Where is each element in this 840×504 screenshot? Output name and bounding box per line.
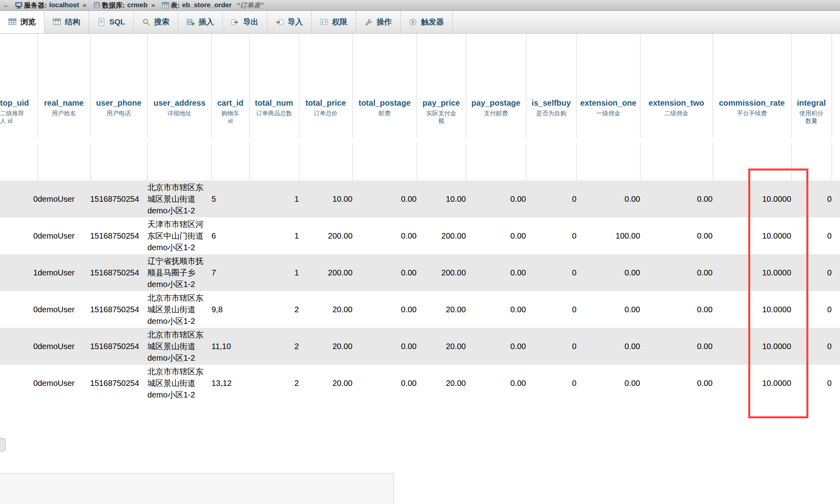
cell-extension_two: 0.00 bbox=[640, 217, 713, 254]
database-link[interactable]: crmeb bbox=[127, 1, 147, 9]
export-icon bbox=[231, 18, 239, 26]
column-sort-link[interactable]: user_phone bbox=[91, 98, 147, 108]
column-comment: 使用积分 数量 bbox=[792, 109, 832, 124]
tab-label: 浏览 bbox=[20, 17, 36, 27]
breadcrumb-separator: » bbox=[151, 1, 155, 9]
tab-sql[interactable]: SQL bbox=[89, 11, 134, 33]
table-row: 0demoUser15168750254北京市市辖区东 城区景山街道 demo小… bbox=[0, 181, 840, 217]
table-comment: “订单表” bbox=[236, 1, 264, 10]
tab-bar: 浏览结构SQL搜索插入导出导入权限操作触发器 bbox=[0, 11, 840, 34]
cell-top_uid: 0 bbox=[0, 328, 38, 365]
column-header-total_price: total_price订单总价 bbox=[299, 34, 353, 138]
tab-search[interactable]: 搜索 bbox=[134, 11, 178, 33]
cell-extension_two: 0.00 bbox=[640, 254, 713, 291]
tab-label: 结构 bbox=[65, 17, 80, 27]
column-header-top_uid: top_uid二级推荐 人 id bbox=[0, 34, 38, 138]
column-comment: 二级推荐 人 id bbox=[0, 109, 38, 124]
cell-clipped-column bbox=[832, 328, 840, 365]
column-sort-link[interactable]: is_selfbuy bbox=[526, 98, 576, 108]
cell-pay_postage: 0.00 bbox=[466, 217, 526, 254]
column-sort-link[interactable]: pay_price bbox=[417, 98, 466, 108]
cell-total_num: 2 bbox=[249, 328, 299, 365]
cell-top_uid: 1 bbox=[0, 254, 38, 291]
cell-clipped-column bbox=[832, 365, 840, 402]
tab-label: 操作 bbox=[377, 17, 392, 27]
column-comment: 用户姓名 bbox=[38, 109, 90, 117]
cell-user_phone: 15168750254 bbox=[90, 181, 147, 217]
cell-extension_one: 0.00 bbox=[576, 365, 640, 402]
column-header-clipped-column bbox=[832, 34, 840, 138]
cell-cart_id: 9,8 bbox=[212, 291, 249, 328]
tab-insert[interactable]: 插入 bbox=[178, 11, 223, 33]
table-row: 0demoUser15168750254北京市市辖区东 城区景山街道 demo小… bbox=[0, 291, 840, 328]
cell-pay_price: 10.00 bbox=[417, 181, 466, 217]
column-header-extension_two: extension_two二级佣金 bbox=[640, 34, 713, 138]
column-sort-link[interactable]: cart_id bbox=[212, 98, 249, 108]
column-comment: 订单总价 bbox=[299, 109, 353, 117]
cell-real_name: demoUser bbox=[38, 181, 90, 217]
table-row: 0demoUser15168750254北京市市辖区东 城区景山街道 demo小… bbox=[0, 365, 840, 402]
column-comment: 订单商品总数 bbox=[250, 109, 299, 117]
cell-total_postage: 0.00 bbox=[353, 181, 417, 217]
cell-cart_id: 13,12 bbox=[212, 365, 249, 402]
column-sort-link[interactable]: total_price bbox=[299, 98, 353, 108]
cell-commission_rate: 10.0000 bbox=[713, 254, 791, 291]
column-sort-link[interactable]: pay_postage bbox=[466, 98, 526, 108]
cell-clipped-column bbox=[832, 181, 840, 217]
cell-is_selfbuy: 0 bbox=[526, 328, 576, 365]
tab-operations[interactable]: 操作 bbox=[356, 11, 401, 33]
cell-total_postage: 0.00 bbox=[353, 254, 417, 291]
back-arrow-icon[interactable]: ← bbox=[1, 1, 12, 10]
column-comment: 用户电话 bbox=[91, 109, 147, 117]
cell-extension_one: 0.00 bbox=[576, 328, 640, 365]
cell-total_postage: 0.00 bbox=[353, 217, 417, 254]
column-sort-link[interactable]: total_postage bbox=[353, 98, 417, 108]
tab-privileges[interactable]: 权限 bbox=[312, 11, 356, 33]
cell-integral: 0 bbox=[791, 291, 832, 328]
column-sort-link[interactable]: integral bbox=[792, 98, 832, 108]
server-link[interactable]: localhost bbox=[49, 1, 79, 9]
cell-extension_two: 0.00 bbox=[640, 291, 713, 328]
column-header-cart_id: cart_id购物车 id bbox=[212, 34, 249, 138]
column-comment: 实际支付金 额 bbox=[417, 109, 466, 124]
column-sort-link[interactable]: user_address bbox=[148, 98, 212, 108]
tab-import[interactable]: 导入 bbox=[267, 11, 312, 33]
table-link[interactable]: eb_store_order bbox=[182, 1, 232, 9]
header-sub-cell bbox=[576, 143, 640, 181]
cell-top_uid: 0 bbox=[0, 217, 38, 254]
column-header-is_selfbuy: is_selfbuy是否为自购 bbox=[526, 34, 576, 138]
column-header-total_postage: total_postage邮费 bbox=[353, 34, 417, 138]
collapsed-panel-handle[interactable] bbox=[0, 438, 6, 452]
cell-user_phone: 15168750254 bbox=[90, 217, 147, 254]
header-sub-cell bbox=[0, 143, 38, 181]
cell-extension_two: 0.00 bbox=[640, 328, 713, 365]
header-sub-cell bbox=[38, 143, 90, 181]
tab-browse[interactable]: 浏览 bbox=[0, 11, 44, 33]
database-icon bbox=[93, 2, 101, 9]
cell-top_uid: 0 bbox=[0, 365, 38, 402]
column-sort-link[interactable]: extension_two bbox=[641, 98, 713, 108]
header-sub-cell bbox=[90, 143, 147, 181]
cell-integral: 0 bbox=[791, 181, 832, 217]
cell-user_address: 北京市市辖区东 城区景山街道 demo小区1-2 bbox=[147, 365, 212, 402]
column-sort-link[interactable]: total_num bbox=[250, 98, 299, 108]
cell-total_price: 20.00 bbox=[299, 291, 353, 328]
tab-label: SQL bbox=[109, 18, 125, 26]
browse-icon bbox=[8, 18, 16, 26]
column-sort-link[interactable]: commission_rate bbox=[713, 98, 791, 108]
cell-clipped-column bbox=[832, 291, 840, 328]
column-sort-link[interactable]: real_name bbox=[38, 98, 90, 108]
cell-top_uid: 0 bbox=[0, 181, 38, 217]
tab-structure[interactable]: 结构 bbox=[44, 11, 89, 33]
header-sub-cell bbox=[466, 143, 526, 181]
cell-pay_postage: 0.00 bbox=[466, 254, 526, 291]
cell-pay_postage: 0.00 bbox=[466, 328, 526, 365]
column-sort-link[interactable]: extension_one bbox=[577, 98, 640, 108]
tab-triggers[interactable]: 触发器 bbox=[401, 11, 453, 33]
cell-pay_price: 200.00 bbox=[417, 254, 466, 291]
result-table: top_uid二级推荐 人 idreal_name用户姓名user_phone用… bbox=[0, 34, 840, 402]
tab-label: 触发器 bbox=[421, 17, 444, 27]
tab-export[interactable]: 导出 bbox=[223, 11, 267, 33]
column-sort-link[interactable]: top_uid bbox=[0, 98, 38, 108]
cell-pay_price: 20.00 bbox=[417, 328, 466, 365]
